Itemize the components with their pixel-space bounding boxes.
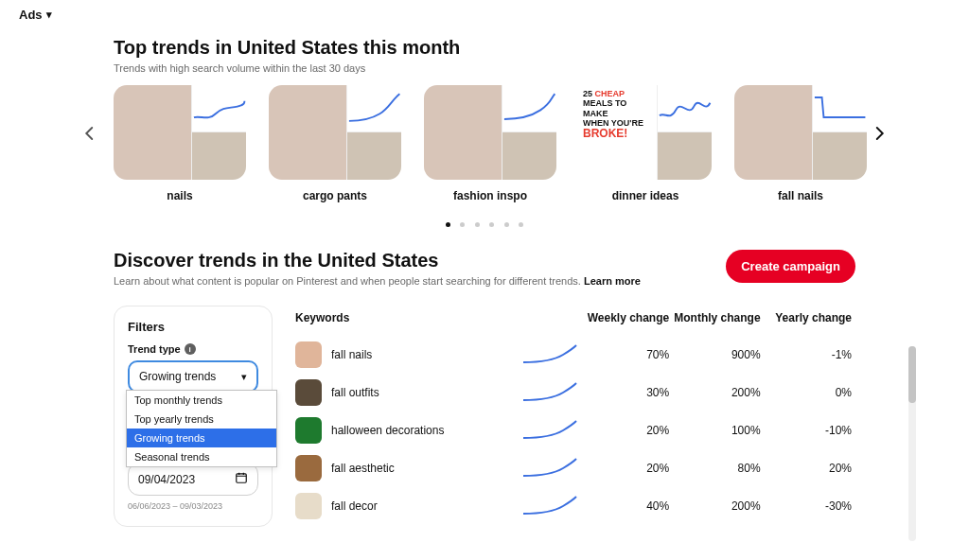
trend-label: nails: [114, 189, 246, 202]
table-row[interactable]: fall nails70%900%-1%: [291, 336, 855, 374]
keyword-text: fall outfits: [331, 386, 379, 399]
date-range-caption: 06/06/2023 – 09/03/2023: [128, 501, 258, 511]
row-sparkline: [486, 381, 577, 404]
table-row[interactable]: fall outfits30%200%0%: [291, 374, 855, 411]
trend-card-fashion-inspo[interactable]: fashion inspo: [424, 85, 556, 202]
trend-sparkline: [812, 85, 867, 132]
carousel-dot[interactable]: [475, 222, 480, 227]
keyword-text: fall aesthetic: [331, 462, 395, 475]
dropdown-option[interactable]: Growing trends: [127, 429, 276, 447]
dropdown-option[interactable]: Seasonal trends: [127, 447, 276, 466]
calendar-icon: [235, 471, 248, 487]
carousel-next-button[interactable]: [871, 123, 888, 148]
carousel-dot[interactable]: [489, 222, 494, 227]
trend-card-dinner-ideas[interactable]: 25 CHEAP MEALS TO MAKE WHEN YOU'RE BROKE…: [579, 85, 712, 202]
trends-table: Keywords spark Weekly change Monthly cha…: [291, 306, 855, 525]
keyword-thumb: [295, 417, 322, 444]
col-keywords[interactable]: Keywords: [295, 311, 486, 324]
trend-image-small: [191, 132, 246, 180]
discover-title: Discover trends in the United States: [114, 250, 641, 271]
dropdown-option[interactable]: Top monthly trends: [127, 391, 276, 410]
trend-type-label: Trend type i: [128, 343, 258, 355]
trend-image-small: [346, 132, 401, 180]
svg-rect-0: [237, 474, 247, 482]
trend-card-fall-nails[interactable]: fall nails: [734, 85, 867, 202]
row-sparkline: [486, 419, 577, 442]
date-input[interactable]: 09/04/2023: [128, 463, 258, 496]
table-row[interactable]: fall aesthetic20%80%20%: [291, 449, 855, 487]
scrollbar[interactable]: [908, 346, 916, 541]
filters-panel: Filters Trend type i Growing trends ▾ To…: [114, 306, 273, 527]
weekly-change: 30%: [578, 386, 669, 399]
trend-image-small: [502, 132, 556, 180]
trend-type-select[interactable]: Growing trends ▾: [128, 360, 258, 393]
carousel-dots: [114, 214, 855, 231]
monthly-change: 200%: [669, 386, 760, 399]
trend-image-small: [812, 132, 867, 180]
discover-subtitle: Learn about what content is popular on P…: [114, 275, 641, 287]
trend-sparkline: [502, 85, 556, 132]
trend-sparkline: [191, 85, 246, 132]
weekly-change: 20%: [578, 462, 669, 475]
trend-card-cargo-pants[interactable]: cargo pants: [269, 85, 401, 202]
keyword-thumb: [295, 379, 322, 406]
top-trends-subtitle: Trends with high search volume within th…: [114, 62, 855, 74]
dropdown-option[interactable]: Top yearly trends: [127, 410, 276, 429]
top-nav: Ads ▾: [0, 0, 969, 29]
col-weekly[interactable]: Weekly change: [578, 311, 669, 324]
scrollbar-thumb[interactable]: [908, 346, 916, 403]
discover-header: Discover trends in the United States Lea…: [114, 250, 855, 287]
trend-card-nails[interactable]: nails: [114, 85, 246, 202]
trend-label: fall nails: [734, 189, 867, 202]
ads-menu[interactable]: Ads: [19, 8, 43, 22]
yearly-change: -1%: [761, 348, 852, 361]
monthly-change: 200%: [669, 499, 760, 513]
trend-image: [734, 85, 812, 180]
trend-image: [269, 85, 346, 180]
carousel-prev-button[interactable]: [81, 123, 98, 148]
carousel-dot[interactable]: [446, 222, 450, 227]
row-sparkline: [486, 457, 577, 480]
yearly-change: 20%: [761, 462, 852, 475]
col-yearly[interactable]: Yearly change: [761, 311, 852, 324]
weekly-change: 70%: [578, 348, 669, 361]
trend-label: dinner ideas: [579, 189, 712, 202]
trend-image: [424, 85, 502, 180]
row-sparkline: [486, 495, 577, 517]
trend-carousel: nails cargo pants: [114, 85, 855, 202]
trend-type-value: Growing trends: [139, 370, 216, 383]
monthly-change: 100%: [669, 424, 760, 437]
trend-sparkline: [346, 85, 401, 132]
keyword-thumb: [295, 341, 322, 368]
trend-image-small: [657, 132, 712, 180]
learn-more-link[interactable]: Learn more: [584, 275, 641, 287]
keyword-text: fall nails: [331, 348, 372, 361]
filters-heading: Filters: [128, 320, 258, 334]
top-trends-title: Top trends in United States this month: [114, 37, 855, 59]
monthly-change: 80%: [669, 462, 760, 475]
trend-sparkline: [657, 85, 712, 132]
weekly-change: 40%: [578, 499, 669, 513]
trend-image: [114, 85, 191, 180]
yearly-change: -30%: [761, 499, 852, 513]
create-campaign-button[interactable]: Create campaign: [726, 250, 855, 283]
monthly-change: 900%: [669, 348, 760, 361]
keyword-thumb: [295, 455, 322, 481]
col-monthly[interactable]: Monthly change: [669, 311, 760, 324]
carousel-dot[interactable]: [504, 222, 509, 227]
table-row[interactable]: halloween decorations20%100%-10%: [291, 411, 855, 449]
chevron-down-icon[interactable]: ▾: [46, 9, 52, 21]
trend-image: 25 CHEAP MEALS TO MAKE WHEN YOU'RE BROKE…: [579, 85, 657, 180]
yearly-change: -10%: [761, 424, 852, 437]
table-header: Keywords spark Weekly change Monthly cha…: [291, 306, 855, 330]
keyword-text: fall decor: [331, 499, 378, 513]
keyword-text: halloween decorations: [331, 424, 444, 437]
info-icon[interactable]: i: [185, 343, 196, 355]
table-row[interactable]: fall decor40%200%-30%: [291, 487, 855, 525]
carousel-dot[interactable]: [519, 222, 523, 227]
chevron-left-icon: [81, 125, 98, 142]
trend-label: cargo pants: [269, 189, 401, 202]
carousel-dot[interactable]: [460, 222, 465, 227]
yearly-change: 0%: [761, 386, 852, 399]
trend-label: fashion inspo: [424, 189, 556, 202]
